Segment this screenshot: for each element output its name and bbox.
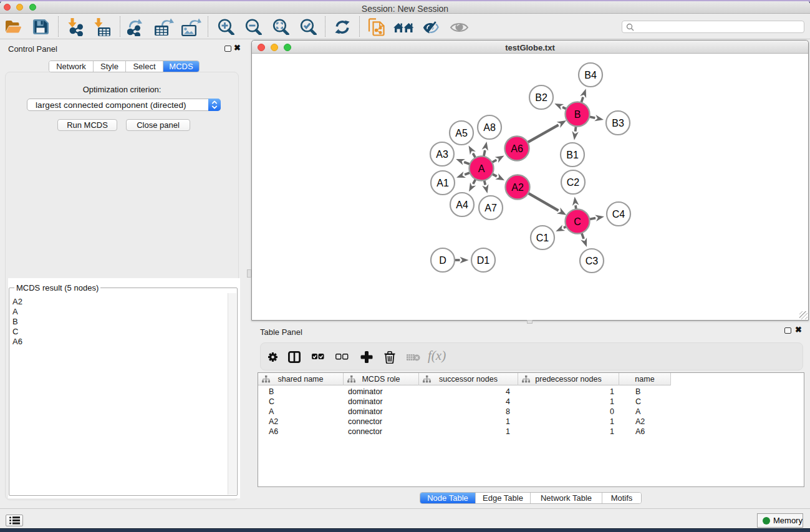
svg-text:A3: A3	[436, 149, 448, 160]
svg-text:B: B	[574, 109, 581, 120]
svg-text:A4: A4	[456, 200, 468, 210]
svg-text:A5: A5	[455, 128, 468, 138]
svg-text:C1: C1	[536, 233, 549, 243]
svg-text:B1: B1	[566, 150, 579, 160]
svg-text:C: C	[574, 216, 581, 227]
svg-text:B3: B3	[612, 118, 624, 128]
svg-text:D: D	[439, 255, 446, 266]
svg-text:A1: A1	[436, 178, 449, 188]
svg-text:A2: A2	[511, 182, 524, 193]
svg-text:A6: A6	[511, 143, 523, 154]
svg-text:B2: B2	[535, 92, 547, 103]
svg-text:D1: D1	[477, 255, 490, 266]
svg-text:A8: A8	[483, 122, 496, 133]
svg-text:A: A	[478, 163, 485, 174]
svg-text:C3: C3	[586, 256, 599, 266]
svg-text:C2: C2	[567, 177, 580, 188]
svg-text:A7: A7	[485, 203, 497, 213]
svg-text:C4: C4	[612, 209, 625, 220]
svg-text:B4: B4	[584, 70, 597, 80]
